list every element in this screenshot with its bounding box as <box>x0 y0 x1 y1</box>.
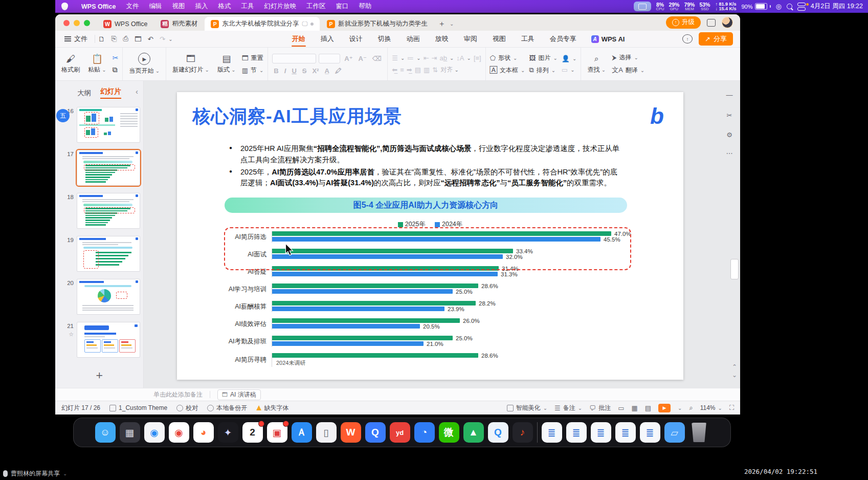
numbered-list-icon[interactable]: ≔ <box>407 54 414 62</box>
ribbon-tab-2[interactable]: 设计 <box>343 32 369 46</box>
media-insert-button[interactable]: ▭ ⌄ <box>562 66 577 74</box>
window-stack-icon[interactable] <box>707 19 716 27</box>
font-color-button[interactable]: A̲ <box>323 67 330 75</box>
battery-indicator[interactable]: 90% <box>741 3 770 10</box>
find-button[interactable]: ⌕ 查找 ⌄ <box>585 54 608 74</box>
shapes-button[interactable]: ⬠形状 ⌄ <box>490 54 525 62</box>
comments-button[interactable]: 🗩批注 <box>589 404 611 412</box>
smart-beautify-button[interactable]: 智能美化 ⌄ <box>507 404 547 412</box>
wps-ai-button[interactable]: A WPS AI <box>591 35 625 43</box>
slide-thumbnail-17[interactable] <box>77 150 140 186</box>
dock-finder[interactable]: ☺ <box>95 422 116 443</box>
minimize-window-button[interactable] <box>74 20 80 26</box>
indent-icon[interactable]: ⇥ <box>432 54 437 62</box>
close-window-button[interactable] <box>63 20 70 26</box>
row-spacing-icon[interactable]: ⇅ <box>432 66 438 74</box>
dock-safari[interactable]: ◉ <box>144 422 165 443</box>
doc-tab-1[interactable]: 稻 稻壳素材 <box>154 17 204 31</box>
slide-thumbnail-18[interactable] <box>77 193 140 229</box>
upgrade-button[interactable]: ↑ 升级 <box>666 16 701 29</box>
slide-thumbnail-21[interactable] <box>77 322 140 358</box>
maximize-window-button[interactable] <box>84 20 90 26</box>
output-button[interactable]: ⎘ <box>108 35 120 43</box>
file-menu-button[interactable]: 文件 <box>55 34 95 43</box>
underline-button[interactable]: U <box>290 67 298 75</box>
translate-button[interactable]: 文A翻译 ⌄ <box>612 66 644 75</box>
justify-icon[interactable]: ▤ <box>415 66 421 74</box>
distribute-icon[interactable]: [≡] <box>474 54 481 62</box>
slide-thumbnail-16[interactable] <box>77 107 140 143</box>
fit-to-window-icon[interactable]: ⛶ <box>729 404 734 412</box>
theme-button[interactable]: 1_Custom Theme <box>109 404 167 411</box>
menubar-menu-5[interactable]: 工具 <box>236 2 259 11</box>
picture-button[interactable]: 🖼图片 ⌄ <box>529 54 557 62</box>
align-objects-button[interactable]: 对齐 ⌄ <box>440 66 459 74</box>
slideshow-play-button[interactable]: ▶ <box>658 404 671 412</box>
add-slide-button[interactable]: ＋ <box>55 364 143 388</box>
control-center-icon[interactable] <box>797 3 806 11</box>
proofing-button[interactable]: 校对 <box>176 404 198 412</box>
start-from-current-page-button[interactable]: ▶ 当页开始 ⌄ <box>127 53 162 75</box>
print-preview-button[interactable]: 🗔 <box>131 35 145 43</box>
copy-icon[interactable]: ⧉ <box>113 66 119 74</box>
ribbon-tab-5[interactable]: 放映 <box>429 32 455 46</box>
select-button[interactable]: ⮞选择 ⌄ <box>612 53 644 62</box>
ribbon-tab-0[interactable]: 开始 <box>285 32 312 46</box>
ribbon-tab-7[interactable]: 视图 <box>486 32 513 46</box>
dock-document-4[interactable]: ≣ <box>615 422 636 443</box>
side-tool-more-icon[interactable]: ⋯ <box>724 147 735 159</box>
ribbon-tab-9[interactable]: 会员专享 <box>543 32 583 46</box>
dock-chrome[interactable]: ◉ <box>169 422 189 443</box>
quick-access-caret-icon[interactable]: ⌄ <box>168 36 172 42</box>
dock-green-app[interactable]: ▲ <box>463 422 484 443</box>
slide-sorter-view-icon[interactable]: ▦ <box>631 404 637 412</box>
ai-script-button[interactable]: 🗔 AI 演讲稿 <box>217 389 261 400</box>
redo-button[interactable]: ↷ <box>157 35 168 43</box>
ribbon-tab-4[interactable]: 动画 <box>400 32 427 46</box>
ribbon-tab-3[interactable]: 切换 <box>371 32 398 46</box>
normal-view-icon[interactable]: ▭ <box>618 404 624 412</box>
dock-netease-music[interactable]: ♪ <box>513 422 533 443</box>
play-options-caret-icon[interactable]: ⌄ <box>678 405 682 411</box>
slide-canvas[interactable]: 核心洞察-AI工具应用场景 b 2025年HR AI应用聚焦“招聘全流程智能化”… <box>177 92 683 380</box>
doc-tab-0[interactable]: W WPS Office <box>97 17 153 31</box>
save-button[interactable]: 🗋 <box>95 35 108 43</box>
apple-menu-icon[interactable] <box>61 3 68 10</box>
screen-sharing-icon[interactable] <box>634 2 651 11</box>
menubar-menu-8[interactable]: 窗口 <box>330 2 353 11</box>
increase-font-button[interactable]: A⁺ <box>343 55 354 62</box>
decrease-font-button[interactable]: A⁻ <box>357 55 368 62</box>
side-tool-collapse-icon[interactable]: — <box>724 89 735 100</box>
notes-toggle-button[interactable]: ☰备注 ⌄ <box>554 404 582 412</box>
notes-placeholder[interactable]: 单击此处添加备注 <box>153 390 203 399</box>
dock-wechat[interactable]: 微 <box>439 422 459 443</box>
missing-font-warning[interactable]: 缺失字体 <box>256 404 288 412</box>
tab-list-caret-icon[interactable]: ⌄ <box>450 21 454 31</box>
dock-wps-365[interactable]: 2 <box>242 422 263 443</box>
menubar-app-name[interactable]: WPS Office <box>76 3 121 10</box>
dock-iphone-mirroring[interactable]: ▯ <box>316 422 337 443</box>
dock-folder[interactable]: ▱ <box>664 422 685 443</box>
slide-thumbnail-20[interactable] <box>77 279 140 315</box>
bullet-list-icon[interactable]: ☰ <box>392 54 398 62</box>
dock-qq[interactable]: Q <box>488 422 508 443</box>
dock-wps-office[interactable]: W <box>341 422 361 443</box>
menubar-menu-9[interactable]: 帮助 <box>353 2 376 11</box>
reset-button[interactable]: 🗖重置 <box>242 54 264 62</box>
dock-capcut[interactable]: ✦ <box>218 422 238 443</box>
user-avatar[interactable] <box>722 17 733 28</box>
menubar-menu-6[interactable]: 幻灯片放映 <box>259 2 301 11</box>
dock-youdao-dict[interactable]: yd <box>390 422 410 443</box>
undo-button[interactable]: ↶ <box>145 35 157 43</box>
menubar-datetime[interactable]: 4月2日 周四 19:22 <box>811 2 863 11</box>
dock-trash[interactable] <box>689 422 709 443</box>
slide-editing-area[interactable]: 核心洞察-AI工具应用场景 b 2025年HR AI应用聚焦“招聘全流程智能化”… <box>144 81 740 388</box>
font-name-select[interactable] <box>272 54 316 63</box>
layout-button[interactable]: ▤ 版式 ⌄ <box>215 54 238 74</box>
avatar-insert-button[interactable]: 👤 ⌄ <box>562 55 577 62</box>
dock-document-1[interactable]: ≣ <box>542 422 562 443</box>
italic-button[interactable]: I <box>283 67 288 75</box>
zoom-level[interactable]: 114% ⌄ <box>700 404 722 411</box>
dock-baidu-netdisk[interactable]: ◔ <box>414 422 435 443</box>
arrange-button[interactable]: ⧉排列 ⌄ <box>529 66 557 75</box>
